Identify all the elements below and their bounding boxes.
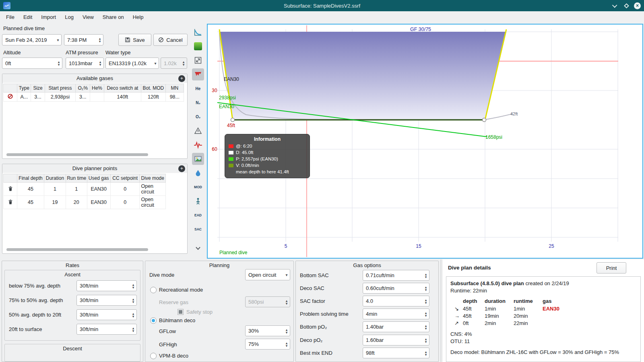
deco-sac-spinbox[interactable]: 0.60cuft/min ▲▼ — [363, 283, 429, 294]
planner-point-row[interactable]: 45 1 1 EAN30 0 Open circuit — [4, 183, 166, 196]
altitude-spinbox[interactable]: 0ft ▲▼ — [2, 58, 62, 69]
planner-point-row[interactable]: 45 19 20 EAN30 0 Open circuit — [4, 196, 166, 209]
atm-pressure-spinbox[interactable]: 1013mbar ▲▼ — [66, 58, 104, 69]
col-remove[interactable] — [4, 84, 17, 93]
col-final-depth[interactable]: Final depth — [17, 174, 44, 183]
col-dive-mode[interactable]: Dive mode — [140, 174, 166, 183]
pp-o2-icon[interactable]: O₂ — [192, 111, 204, 123]
remove-cylinder-icon[interactable] — [7, 93, 13, 99]
spinner-arrows-icon[interactable]: ▲▼ — [423, 335, 429, 345]
ascent-rate-spinbox[interactable]: 30ft/min ▲▼ — [76, 309, 137, 320]
menu-file[interactable]: File — [2, 12, 19, 22]
trash-icon[interactable] — [8, 199, 13, 205]
buhlmann-deco-radio[interactable] — [150, 317, 157, 324]
col-o2[interactable]: O₂% — [76, 84, 90, 93]
spinner-arrows-icon[interactable]: ▲▼ — [423, 348, 429, 358]
minimize-button[interactable] — [611, 2, 619, 9]
spinner-arrows-icon[interactable]: ▲▼ — [423, 309, 429, 319]
col-start-press[interactable]: Start press — [45, 84, 76, 93]
tissue-warning-icon[interactable] — [192, 125, 204, 137]
gas-table-row[interactable]: A... 3... 2,938psi 3... 140ft 120ft 98..… — [4, 93, 184, 102]
dc-ceiling-icon[interactable] — [192, 68, 204, 80]
best-mix-end-spinbox[interactable]: 98ft ▲▼ — [363, 348, 429, 358]
gas-size-cell[interactable]: 3... — [31, 93, 45, 102]
planner-handle[interactable] — [483, 118, 486, 122]
point-gas-cell[interactable]: EAN30 — [87, 183, 110, 196]
col-run-time[interactable]: Run time — [66, 174, 87, 183]
point-gas-cell[interactable]: EAN30 — [87, 196, 110, 209]
col-size[interactable]: Size — [31, 84, 45, 93]
point-runtime-cell[interactable]: 1 — [66, 183, 87, 196]
ascent-rate-spinbox[interactable]: 30ft/min ▲▼ — [76, 295, 137, 306]
spinner-arrows-icon[interactable]: ▲▼ — [423, 270, 429, 280]
point-mode-cell[interactable]: Open circuit — [140, 183, 166, 196]
point-setpoint-cell[interactable]: 0 — [110, 196, 140, 209]
menu-edit[interactable]: Edit — [19, 12, 37, 22]
save-button[interactable]: Save — [118, 34, 151, 46]
gas-o2-cell[interactable]: 3... — [76, 93, 90, 102]
dive-profile-widget[interactable]: GF 30/75 EAN30 2938psi EAN30 45ft 42ft 1… — [207, 24, 643, 259]
gas-type-cell[interactable]: A... — [17, 93, 31, 102]
deco-po2-spinbox[interactable]: 1.60bar ▲▼ — [363, 335, 429, 346]
point-duration-cell[interactable]: 19 — [44, 196, 66, 209]
horizontal-scrollbar[interactable] — [6, 153, 148, 156]
menu-import[interactable]: Import — [37, 12, 60, 22]
gas-density-icon[interactable] — [192, 167, 204, 179]
col-delete[interactable] — [4, 174, 17, 183]
spinner-arrows-icon[interactable]: ▲▼ — [283, 326, 290, 336]
spinner-arrows-icon[interactable]: ▲▼ — [283, 339, 290, 349]
col-he[interactable]: He% — [90, 84, 104, 93]
close-button[interactable]: × — [634, 2, 641, 9]
point-depth-cell[interactable]: 45 — [17, 183, 44, 196]
pp-n2-icon[interactable]: N₂ — [192, 97, 204, 109]
spinner-arrows-icon[interactable]: ▲▼ — [130, 295, 136, 305]
vpmb-deco-radio[interactable] — [150, 353, 157, 359]
spinner-arrows-icon[interactable]: ▲▼ — [56, 58, 62, 68]
recreational-mode-radio[interactable] — [150, 287, 157, 293]
col-cc-setpoint[interactable]: CC setpoint — [110, 174, 140, 183]
point-depth-cell[interactable]: 45 — [17, 196, 44, 209]
gflow-spinbox[interactable]: 30% ▲▼ — [245, 325, 290, 336]
menu-view[interactable]: View — [78, 12, 98, 22]
add-point-button[interactable]: + — [178, 165, 185, 172]
col-type[interactable]: Type — [17, 84, 31, 93]
bottom-po2-spinbox[interactable]: 1.40bar ▲▼ — [363, 321, 429, 332]
ead-icon[interactable]: EAD — [192, 209, 204, 221]
gas-mnd-cell[interactable]: 98... — [165, 93, 184, 102]
maximize-button[interactable] — [623, 2, 630, 9]
menu-log[interactable]: Log — [60, 12, 78, 22]
gas-bot-mod-cell[interactable]: 120ft — [141, 93, 165, 102]
sac-factor-spinbox[interactable]: 4.0 ▲▼ — [363, 296, 429, 306]
mod-icon[interactable]: MOD — [192, 181, 204, 193]
col-mnd[interactable]: MN — [165, 84, 184, 93]
print-button[interactable]: Print — [597, 262, 626, 274]
col-bot-mod[interactable]: Bot. MOD — [141, 84, 165, 93]
point-runtime-cell[interactable]: 20 — [66, 196, 87, 209]
ascent-rate-spinbox[interactable]: 30ft/min ▲▼ — [76, 324, 137, 335]
ndl-tts-icon[interactable] — [192, 195, 204, 207]
horizontal-scrollbar[interactable] — [6, 248, 148, 251]
col-duration[interactable]: Duration — [44, 174, 66, 183]
water-type-select[interactable]: EN13319 (1.02k ▾ — [105, 58, 159, 69]
add-gas-button[interactable]: + — [178, 75, 185, 82]
spinner-arrows-icon[interactable]: ▲▼ — [423, 296, 429, 306]
menu-share-on[interactable]: Share on — [98, 12, 128, 22]
profile-graph-icon[interactable] — [192, 26, 204, 38]
collapse-toolbar-icon[interactable] — [192, 242, 204, 254]
dive-mode-select[interactable]: Open circuit ▾ — [245, 269, 290, 280]
photos-icon[interactable] — [192, 153, 204, 165]
scale-icon[interactable] — [192, 54, 204, 66]
spinner-arrows-icon[interactable]: ▲▼ — [97, 58, 103, 68]
bottom-sac-spinbox[interactable]: 0.71cuft/min ▲▼ — [363, 270, 429, 281]
gas-he-cell[interactable] — [90, 93, 104, 102]
col-used-gas[interactable]: Used gas — [87, 174, 110, 183]
menu-help[interactable]: Help — [128, 12, 148, 22]
gfhigh-spinbox[interactable]: 75% ▲▼ — [245, 339, 290, 350]
planner-handle[interactable] — [231, 118, 235, 122]
trash-icon[interactable] — [8, 186, 13, 191]
spinner-arrows-icon[interactable]: ▲▼ — [423, 283, 429, 293]
gas-deco-switch-cell[interactable]: 140ft — [104, 93, 141, 102]
spinner-arrows-icon[interactable]: ▲▼ — [130, 324, 136, 334]
ascent-rate-spinbox[interactable]: 30ft/min ▲▼ — [76, 280, 137, 291]
dive-time-spinbox[interactable]: 7:38 PM ▲▼ — [64, 34, 103, 45]
